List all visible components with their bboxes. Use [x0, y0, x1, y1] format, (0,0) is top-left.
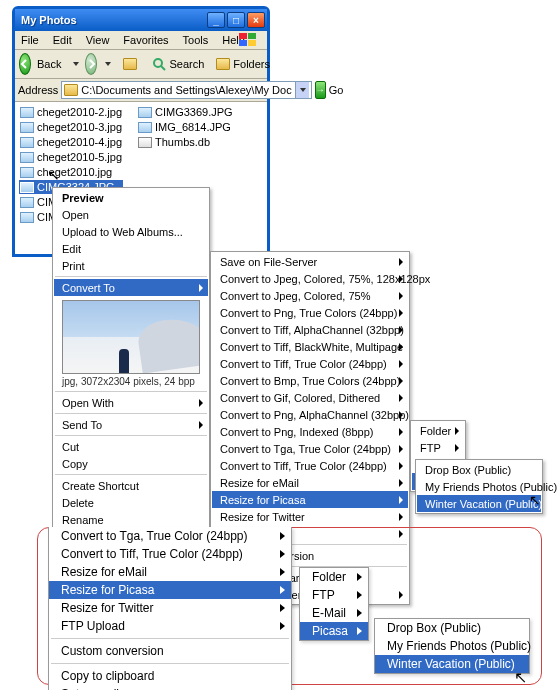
menu-item[interactable]: E-Mail [300, 604, 368, 622]
menu-item[interactable]: Convert to Jpeg, Colored, 75% [212, 287, 408, 304]
arrow-icon [399, 326, 403, 334]
menu-resize-picasa[interactable]: Resize for Picasa [212, 491, 408, 508]
menu-preview[interactable]: Preview [54, 189, 208, 206]
detail-clip[interactable]: Copy to clipboard [49, 667, 291, 685]
menu-item[interactable]: Convert to Bmp, True Colors (24bpp) [212, 372, 408, 389]
menu-item[interactable]: Convert to Tiff, True Color (24bpp) [49, 545, 291, 563]
menu-item[interactable]: Save on File-Server [212, 253, 408, 270]
file-item[interactable]: cheget2010.jpg [19, 165, 123, 179]
up-folder-icon[interactable] [123, 55, 137, 73]
file-item[interactable]: cheget2010-4.jpg [19, 135, 123, 149]
go-label[interactable]: Go [329, 84, 344, 96]
menu-item[interactable]: FTP Upload [49, 617, 291, 635]
menu-item[interactable]: Resize for eMail [212, 474, 408, 491]
file-name: CIMG3369.JPG [155, 106, 233, 118]
detail-custom[interactable]: Custom conversion [49, 642, 291, 660]
file-item[interactable]: IMG_6814.JPG [137, 120, 234, 134]
title-bar[interactable]: My Photos _ □ × [15, 9, 267, 31]
menu-cut[interactable]: Cut [54, 438, 208, 455]
menu-item[interactable]: Convert to Tiff, True Color (24bpp) [212, 457, 408, 474]
menu-convert-to[interactable]: Convert To [54, 279, 208, 296]
menu-tools[interactable]: Tools [181, 33, 211, 47]
menu-copy[interactable]: Copy [54, 455, 208, 472]
menu-print[interactable]: Print [54, 257, 208, 274]
search-button[interactable]: Search [149, 57, 207, 71]
file-item[interactable]: Thumbs.db [137, 135, 234, 149]
menu-item[interactable]: Folder [300, 568, 368, 586]
maximize-button[interactable]: □ [227, 12, 245, 28]
arrow-icon [399, 377, 403, 385]
image-file-icon [20, 152, 34, 163]
close-button[interactable]: × [247, 12, 265, 28]
file-item[interactable]: cheget2010-3.jpg [19, 120, 123, 134]
minimize-button[interactable]: _ [207, 12, 225, 28]
menu-item[interactable]: Convert to Tga, True Color (24bpp) [212, 440, 408, 457]
menu-item[interactable]: Drop Box (Public) [417, 461, 541, 478]
forward-button[interactable] [85, 53, 97, 75]
menu-file[interactable]: File [19, 33, 41, 47]
menu-item[interactable]: Convert to Tga, True Color (24bpp) [49, 527, 291, 545]
address-label: Address [18, 84, 58, 96]
menu-delete[interactable]: Delete [54, 494, 208, 511]
menu-item[interactable]: FTP [412, 439, 464, 456]
menu-item[interactable]: My Friends Photos (Public) [417, 478, 541, 495]
menu-item[interactable]: My Friends Photos (Public) [375, 637, 529, 655]
menu-item[interactable]: FTP [300, 586, 368, 604]
arrow-icon [357, 627, 362, 635]
file-item[interactable]: CIMG3369.JPG [137, 105, 234, 119]
detail-winter[interactable]: Winter Vacation (Public) [375, 655, 529, 673]
menu-upload-to-web-albums-[interactable]: Upload to Web Albums... [54, 223, 208, 240]
menu-item[interactable]: Convert to Tiff, BlackWhite, Multipage [212, 338, 408, 355]
menu-item[interactable]: Convert to Png, AlphaChannel (32bpp) [212, 406, 408, 423]
forward-dropdown-icon[interactable] [105, 62, 111, 66]
preview-info: jpg, 3072x2304 pixels, 24 bpp [62, 374, 200, 387]
menu-resize-twitter[interactable]: Resize for Twitter [212, 508, 408, 525]
menu-item[interactable]: Convert to Tiff, True Color (24bpp) [212, 355, 408, 372]
arrow-icon [399, 309, 403, 317]
arrow-icon [399, 428, 403, 436]
menu-send-to[interactable]: Send To [54, 416, 208, 433]
menu-winter-vacation[interactable]: Winter Vacation (Public) [417, 495, 541, 512]
menu-view[interactable]: View [84, 33, 112, 47]
search-label: Search [169, 58, 204, 70]
detail-picasa2[interactable]: Picasa [300, 622, 368, 640]
menu-item[interactable]: Drop Box (Public) [375, 619, 529, 637]
file-name: cheget2010-3.jpg [37, 121, 122, 133]
address-bar: Address C:\Documents and Settings\Alexey… [15, 79, 267, 102]
svg-point-4 [154, 59, 162, 67]
menu-edit[interactable]: Edit [51, 33, 74, 47]
file-name: cheget2010-2.jpg [37, 106, 122, 118]
back-label[interactable]: Back [37, 58, 65, 70]
file-item[interactable]: cheget2010-2.jpg [19, 105, 123, 119]
back-dropdown-icon[interactable] [73, 62, 79, 66]
go-button[interactable]: → [315, 81, 326, 99]
menu-item[interactable]: Resize for Twitter [49, 599, 291, 617]
menu-item[interactable]: Convert to Gif, Colored, Dithered [212, 389, 408, 406]
arrow-icon [280, 586, 285, 594]
back-button[interactable] [19, 53, 31, 75]
arrow-icon [357, 609, 362, 617]
menu-item[interactable]: Resize for eMail [49, 563, 291, 581]
menu-item[interactable]: Convert to Png, Indexed (8bpp) [212, 423, 408, 440]
address-dropdown-icon[interactable] [295, 82, 309, 98]
arrow-icon [199, 399, 203, 407]
menu-favorites[interactable]: Favorites [121, 33, 170, 47]
file-item[interactable]: cheget2010-5.jpg [19, 150, 123, 164]
menu-convert-label: Convert To [62, 282, 115, 294]
image-file-icon [20, 107, 34, 118]
menu-open[interactable]: Open [54, 206, 208, 223]
menu-item[interactable]: Folder [412, 422, 464, 439]
detail-wall[interactable]: Set as wallpaper [49, 685, 291, 690]
menu-edit[interactable]: Edit [54, 240, 208, 257]
menu-item[interactable]: Convert to Jpeg, Colored, 75%, 128x128px [212, 270, 408, 287]
menu-item[interactable]: Convert to Tiff, AlphaChannel (32bpp) [212, 321, 408, 338]
menu-item[interactable]: Convert to Png, True Colors (24bpp) [212, 304, 408, 321]
detail-resize-picasa[interactable]: Resize for Picasa [49, 581, 291, 599]
menu-open-with[interactable]: Open With [54, 394, 208, 411]
menu-create-shortcut[interactable]: Create Shortcut [54, 477, 208, 494]
menu-rename[interactable]: Rename [54, 511, 208, 528]
address-input[interactable]: C:\Documents and Settings\Alexey\My Doc [61, 81, 311, 99]
image-file-icon [138, 107, 152, 118]
file-name: cheget2010.jpg [37, 166, 112, 178]
folders-button[interactable]: Folders [213, 58, 273, 70]
